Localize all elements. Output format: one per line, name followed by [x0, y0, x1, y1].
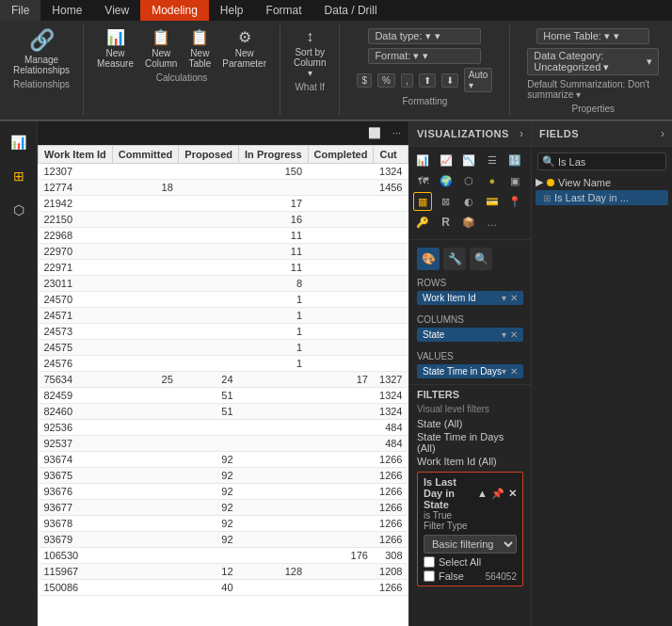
viz-table[interactable]: ▦: [413, 192, 432, 211]
home-table-dropdown[interactable]: Home Table: ▾: [536, 28, 649, 44]
filter-pin-btn[interactable]: 📌: [491, 488, 504, 500]
tab-file[interactable]: File: [0, 0, 40, 21]
viz-matrix[interactable]: ⊠: [437, 192, 456, 211]
values-field-down[interactable]: ▾: [502, 366, 506, 377]
viz-treemap[interactable]: ▣: [505, 171, 524, 190]
filter-work-item-id-all[interactable]: Work Item Id (All): [417, 455, 523, 468]
table-cell: [308, 388, 374, 404]
rows-section: Rows Work Item Id ▾ ✕: [409, 274, 531, 311]
tab-home[interactable]: Home: [40, 0, 93, 21]
table-cell: 93677: [39, 500, 113, 516]
viz-more[interactable]: …: [483, 213, 502, 232]
decrease-decimal-btn[interactable]: ⬇: [441, 73, 458, 88]
new-column-button[interactable]: 📋 NewColumn: [141, 26, 181, 71]
fields-group-view-name: ▶ View Name ⊞ Is Last Day in ...: [536, 174, 668, 205]
viz-line-chart[interactable]: 📈: [437, 151, 456, 169]
table-cell: [308, 532, 374, 548]
analytics-action-btn[interactable]: 🔍: [470, 248, 492, 270]
viz-stacked-bar[interactable]: ☰: [483, 151, 502, 169]
new-table-button[interactable]: 📋 NewTable: [184, 26, 215, 71]
tab-format[interactable]: Format: [255, 0, 313, 21]
sort-by-column-button[interactable]: ↕ Sort byColumn ▾: [290, 26, 329, 80]
data-category-dropdown[interactable]: Data Category: Uncategorized ▾: [527, 48, 659, 75]
columns-field-state[interactable]: State ▾ ✕: [417, 328, 523, 342]
rows-field-x[interactable]: ✕: [510, 293, 518, 303]
viz-bar-chart[interactable]: 📊: [413, 151, 432, 169]
fields-item-is-last-day[interactable]: ⊞ Is Last Day in ...: [536, 190, 668, 205]
col-work-item-id[interactable]: Work Item Id: [39, 146, 113, 164]
new-measure-button[interactable]: 📊 NewMeasure: [93, 26, 137, 71]
viz-slicer[interactable]: 🔑: [413, 213, 432, 232]
filter-collapse-btn[interactable]: ▲: [477, 488, 488, 500]
filter-close-btn[interactable]: ✕: [508, 488, 517, 500]
rows-field-work-item-id[interactable]: Work Item Id ▾ ✕: [417, 291, 523, 305]
table-cell: [112, 244, 178, 260]
viz-column-chart[interactable]: 🔢: [505, 151, 524, 169]
auto-btn[interactable]: Auto ▾: [464, 68, 493, 92]
columns-field-x[interactable]: ✕: [510, 329, 518, 340]
viz-python[interactable]: 📦: [459, 213, 478, 232]
viz-kpi[interactable]: 📍: [505, 192, 524, 211]
filter-select-all-checkbox[interactable]: [424, 556, 435, 568]
fields-group-header[interactable]: ▶ View Name: [536, 174, 668, 190]
col-committed[interactable]: Committed: [112, 146, 178, 164]
format-action-btn[interactable]: 🔧: [443, 248, 466, 270]
values-field-x[interactable]: ✕: [510, 366, 518, 377]
table-cell: [179, 340, 239, 356]
viz-filled-map[interactable]: 🌍: [437, 171, 456, 190]
col-in-progress[interactable]: In Progress: [239, 146, 309, 164]
viz-scatter[interactable]: ⬡: [459, 171, 478, 190]
increase-decimal-btn[interactable]: ⬆: [419, 73, 436, 88]
fields-expand[interactable]: ›: [661, 127, 664, 140]
expand-table-btn[interactable]: ⬜: [364, 125, 385, 141]
table-cell: 106530: [39, 548, 113, 564]
filter-group-label: Visual level filters: [417, 404, 523, 414]
tab-modeling[interactable]: Modeling: [140, 0, 209, 21]
values-field-state-time[interactable]: State Time in Days ▾ ✕: [417, 364, 523, 378]
filter-state-time-all[interactable]: State Time in Days (All): [417, 430, 523, 455]
visualizations-panel: VISUALIZATIONS › 📊 📈 📉 ☰ 🔢 🗺 🌍 ⬡ ● ▣ ▦ ⊠: [408, 121, 531, 626]
table-cell: [239, 420, 309, 436]
manage-relationships-button[interactable]: 🔗 Manage Relationships: [9, 26, 73, 77]
table-cell: 1266: [374, 532, 408, 548]
visualizations-expand[interactable]: ›: [520, 127, 523, 140]
viz-gauge[interactable]: ◐: [459, 192, 478, 211]
table-cell: 21942: [39, 196, 113, 212]
viz-card[interactable]: 💳: [483, 192, 502, 211]
percent-btn[interactable]: %: [377, 73, 395, 88]
viz-area-chart[interactable]: 📉: [459, 151, 478, 169]
table-cell: 25: [112, 372, 178, 388]
table-cell: [308, 196, 374, 212]
col-completed[interactable]: Completed: [308, 146, 374, 164]
filter-type-select[interactable]: Basic filtering: [424, 535, 517, 554]
more-options-btn[interactable]: ···: [389, 125, 405, 141]
table-cell: [374, 196, 408, 212]
tab-data-drill[interactable]: Data / Drill: [313, 0, 389, 21]
report-view-icon[interactable]: 📊: [6, 129, 32, 155]
viz-r-script[interactable]: R: [437, 213, 456, 232]
columns-field-down[interactable]: ▾: [502, 329, 506, 340]
filter-false-checkbox[interactable]: [424, 570, 435, 582]
model-view-icon[interactable]: ⬡: [6, 197, 32, 223]
viz-map[interactable]: 🗺: [413, 171, 432, 190]
comma-btn[interactable]: ,: [401, 73, 413, 88]
col-cut[interactable]: Cut: [374, 146, 408, 164]
sort-icon: ↕: [306, 28, 313, 45]
fields-action-btn[interactable]: 🎨: [417, 248, 440, 270]
data-view-icon[interactable]: ⊞: [6, 163, 32, 189]
tab-view[interactable]: View: [93, 0, 140, 21]
col-proposed[interactable]: Proposed: [179, 146, 239, 164]
table-cell: [179, 164, 239, 180]
rows-field-down[interactable]: ▾: [502, 293, 506, 303]
table-cell: [308, 500, 374, 516]
new-parameter-button[interactable]: ⚙ NewParameter: [218, 26, 270, 71]
table-cell: [239, 388, 309, 404]
dollar-btn[interactable]: $: [357, 73, 372, 88]
format-dropdown[interactable]: Format: ▾: [368, 48, 481, 64]
filter-state-all[interactable]: State (All): [417, 417, 523, 430]
viz-pie[interactable]: ●: [483, 171, 502, 190]
table-cell: [239, 532, 309, 548]
tab-help[interactable]: Help: [209, 0, 255, 21]
data-type-dropdown[interactable]: Data type: ▾: [368, 28, 481, 44]
fields-search-input[interactable]: [558, 156, 672, 168]
